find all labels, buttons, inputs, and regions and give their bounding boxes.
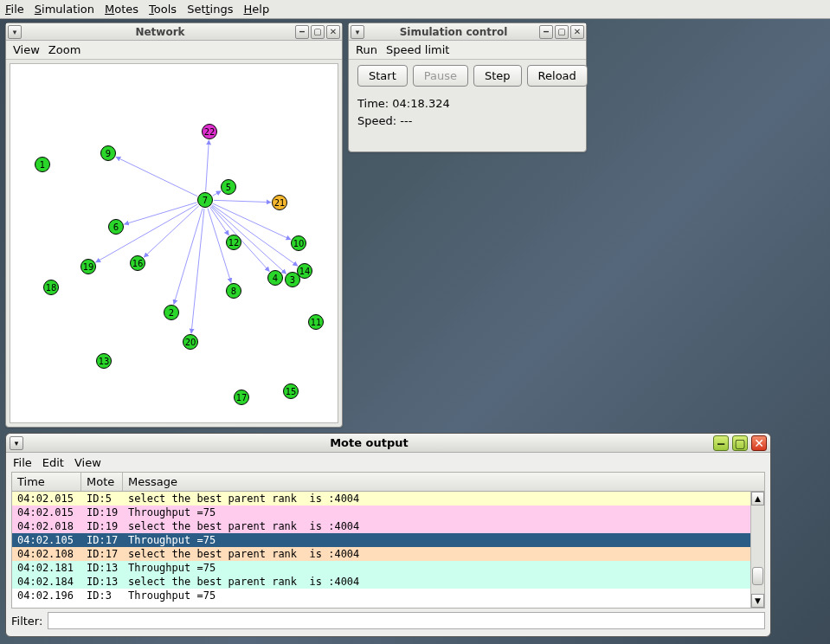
window-menu-icon[interactable]: ▾ [351,25,364,39]
window-menu-icon[interactable]: ▾ [8,25,22,39]
reload-button[interactable]: Reload [527,65,588,87]
start-button[interactable]: Start [357,65,408,87]
table-row[interactable]: 04:02.015ID:19Throughput =75 [12,506,764,519]
mote-node-8[interactable]: 8 [226,283,241,299]
mote-node-19[interactable]: 19 [80,259,96,274]
sim-window-title: Simulation control [368,26,539,38]
mote-menu-file[interactable]: File [13,456,32,469]
close-icon[interactable]: ✕ [570,25,584,39]
table-row[interactable]: 04:02.181ID:13Throughput =75 [12,561,764,575]
svg-line-0 [206,140,209,191]
mote-node-10[interactable]: 10 [291,235,306,251]
network-canvas[interactable]: 12345678910111213141516171819202122 [10,63,338,423]
svg-line-9 [191,209,204,333]
window-menu-icon[interactable]: ▾ [10,436,23,450]
mote-node-14[interactable]: 14 [297,263,312,279]
mote-node-11[interactable]: 11 [308,314,324,330]
maximize-icon[interactable]: ▢ [732,435,748,451]
menu-simulation[interactable]: Simulation [35,3,94,16]
app-menu-bar: File Simulation Motes Tools Settings Hel… [0,0,830,19]
mote-node-21[interactable]: 21 [272,195,287,210]
maximize-icon[interactable]: ▢ [311,25,325,39]
mote-node-7[interactable]: 7 [197,192,213,208]
sim-menu-run[interactable]: Run [356,43,377,56]
mote-node-15[interactable]: 15 [283,383,299,399]
mote-output-table: Time Mote Message 04:02.015ID:5select th… [11,472,765,609]
mote-node-17[interactable]: 17 [234,390,249,405]
sim-time-label: Time: 04:18.324 [357,95,577,113]
filter-label: Filter: [11,615,42,628]
mote-output-window: ▾ Mote output ‒ ▢ ✕ File Edit View Time … [5,433,771,637]
sim-control-window: ▾ Simulation control ‒ ▢ ✕ Run Speed lim… [348,23,587,152]
svg-line-12 [125,203,197,224]
scrollbar-thumb[interactable] [752,567,763,584]
mote-node-18[interactable]: 18 [43,280,59,295]
table-row[interactable]: 04:02.105ID:17Throughput =75 [12,533,764,547]
sim-window-menu: Run Speed limit [349,41,586,60]
table-row[interactable]: 04:02.196ID:3Throughput =75 [12,589,764,602]
network-window: ▾ Network ‒ ▢ ✕ View Zoom 12345678910111… [5,23,343,428]
table-row[interactable]: 04:02.184ID:13select the best parent ran… [12,575,764,589]
mote-menu-view[interactable]: View [74,456,101,469]
sim-speed-label: Speed: --- [357,113,577,130]
svg-line-5 [211,206,286,274]
svg-line-7 [210,207,229,235]
mote-node-12[interactable]: 12 [226,235,241,250]
menu-file[interactable]: File [5,3,24,16]
minimize-icon[interactable]: ‒ [295,25,309,39]
mote-node-2[interactable]: 2 [164,305,179,320]
step-button[interactable]: Step [473,65,522,87]
mote-window-title: Mote output [29,436,710,449]
network-menu-zoom[interactable]: Zoom [48,43,80,56]
mote-node-16[interactable]: 16 [130,255,145,271]
column-header-time[interactable]: Time [12,473,81,491]
mote-node-4[interactable]: 4 [267,270,283,286]
menu-settings[interactable]: Settings [187,3,233,16]
close-icon[interactable]: ✕ [751,435,767,451]
network-window-titlebar[interactable]: ▾ Network ‒ ▢ ✕ [6,23,342,41]
table-row[interactable]: 04:02.018ID:19select the best parent ran… [12,519,764,533]
menu-help[interactable]: Help [243,3,269,16]
svg-line-10 [174,209,203,305]
network-window-menu: View Zoom [6,41,342,60]
svg-line-4 [212,205,298,266]
filter-input[interactable] [48,612,765,629]
sim-window-titlebar[interactable]: ▾ Simulation control ‒ ▢ ✕ [349,23,586,41]
mote-node-22[interactable]: 22 [202,124,217,139]
scroll-down-icon[interactable]: ▼ [751,594,764,608]
network-menu-view[interactable]: View [13,43,40,56]
column-header-message[interactable]: Message [123,473,764,491]
svg-line-14 [116,157,197,196]
mote-menu-edit[interactable]: Edit [42,456,64,469]
svg-line-2 [214,200,271,202]
close-icon[interactable]: ✕ [326,25,340,39]
mote-node-9[interactable]: 9 [100,145,116,161]
minimize-icon[interactable]: ‒ [539,25,553,39]
network-edges-svg [10,64,338,422]
table-row[interactable]: 04:02.015ID:5select the best parent rank… [12,492,764,506]
vertical-scrollbar[interactable]: ▲ ▼ [750,492,764,608]
mote-node-20[interactable]: 20 [183,334,198,350]
maximize-icon[interactable]: ▢ [555,25,569,39]
mote-node-5[interactable]: 5 [221,179,236,195]
minimize-icon[interactable]: ‒ [713,435,729,451]
scroll-up-icon[interactable]: ▲ [751,492,764,506]
mote-node-13[interactable]: 13 [96,353,112,369]
column-header-mote[interactable]: Mote [81,473,123,491]
mote-node-1[interactable]: 1 [35,157,50,172]
network-window-title: Network [25,26,295,38]
mote-node-6[interactable]: 6 [108,219,124,235]
mote-window-titlebar[interactable]: ▾ Mote output ‒ ▢ ✕ [6,434,770,453]
menu-tools[interactable]: Tools [149,3,177,16]
svg-line-1 [213,191,222,196]
pause-button: Pause [413,65,468,87]
mote-window-menu: File Edit View [6,453,770,472]
table-row[interactable]: 04:02.108ID:17select the best parent ran… [12,547,764,561]
menu-motes[interactable]: Motes [105,3,138,16]
sim-menu-speedlimit[interactable]: Speed limit [386,43,449,56]
